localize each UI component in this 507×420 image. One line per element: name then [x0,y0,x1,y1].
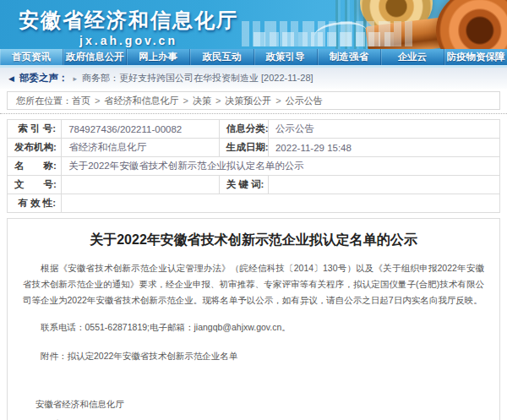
site-url: jx.ah.gov.cn [19,34,238,47]
notice-label: 部委之声： [19,72,68,85]
document-meta-table: 索 引 号: 784927436/202211-00082 信息分类: 公示公告… [7,119,500,213]
nav-item-enterprise-cloud[interactable]: 企业云 [381,49,444,65]
meta-category-value: 公示公告 [268,120,499,139]
main-nav: 首页资讯 政府信息公开 网上办事 政民互动 政策引导 制造强省 企业云 防疫物资… [0,49,507,68]
nav-item-home[interactable]: 首页资讯 [0,49,63,65]
attachment-label: 附件： [41,351,68,361]
breadcrumb-department[interactable]: 省经济和信息化厅 [104,95,178,107]
nav-item-manufacturing[interactable]: 制造强省 [318,49,381,65]
meta-name-value: 关于2022年安徽省技术创新示范企业拟认定名单的公示 [62,157,500,176]
copper-ring-graphic [436,0,507,49]
meta-name-label: 名 称: [8,157,62,176]
breadcrumb-prefix: 您所在位置： [16,95,72,107]
breadcrumb-separator: > [275,95,281,106]
meta-validity-label: 有 效 性: [8,194,62,213]
signer: 安徽省经济和信息化厅 [23,397,484,412]
breadcrumb-separator: > [215,95,221,106]
meta-docnum-label: 文 号: [8,176,62,194]
meta-validity-value [62,194,500,213]
table-row: 文 号: 关 键 词: [8,176,500,194]
attachment-line: 附件：拟认定2022年安徽省技术创新示范企业名单 [23,349,484,363]
nav-item-gov-info[interactable]: 政府信息公开 [63,49,127,65]
sign-date: 2022年11月25日 [23,417,484,420]
table-row: 索 引 号: 784927436/202211-00082 信息分类: 公示公告 [8,120,500,139]
meta-agency-value: 省经济和信息化厅 [62,139,220,157]
meta-index-value: 784927436/202211-00082 [62,120,220,139]
breadcrumb-separator: > [183,95,188,106]
meta-keyword-value [268,176,499,194]
breadcrumb: 您所在位置： 首页 > 省经济和信息化厅 > 决策 > 决策预公开 > 公示公告 [7,91,500,110]
meta-docnum-value [62,176,220,194]
breadcrumb-home[interactable]: 首页 [72,95,90,107]
announcement-article: 关于2022年安徽省技术创新示范企业拟认定名单的公示 根据《安徽省技术创新示范企… [7,218,500,420]
arrow-right-icon: ▸ [73,74,77,83]
nav-item-online-services[interactable]: 网上办事 [127,49,190,65]
notice-headline-link[interactable]: 商务部：更好支持跨国公司在华投资制造业 [2022-11-28] [82,72,313,85]
breadcrumb-current: 公示公告 [286,95,323,107]
notice-ticker: ◀ 部委之声： ▸ 商务部：更好支持跨国公司在华投资制造业 [2022-11-2… [0,68,507,89]
nav-item-policy-guide[interactable]: 政策引导 [254,49,318,65]
breadcrumb-separator: > [95,95,100,106]
nav-item-epidemic-supplies[interactable]: 防疫物资保障 [444,49,507,65]
nav-item-interaction[interactable]: 政民互动 [190,49,254,65]
announcement-paragraph: 根据《安徽省技术创新示范企业认定管理办法》（皖经信科技〔2014〕130号）以及… [23,260,484,308]
meta-date-value: 2022-11-29 15:48 [268,139,499,157]
breadcrumb-decision[interactable]: 决策 [193,95,211,107]
site-title: 安徽省经济和信息化厅 [19,7,238,34]
speaker-icon: ◀ [8,74,14,83]
breadcrumb-pre-disclosure[interactable]: 决策预公开 [225,95,271,107]
table-row: 发布机构: 省经济和信息化厅 生成日期: 2022-11-29 15:48 [8,139,500,157]
attachment-link[interactable]: 拟认定2022年安徽省技术创新示范企业名单 [68,351,238,361]
meta-keyword-label: 关 键 词: [219,176,268,194]
table-row: 名 称: 关于2022年安徽省技术创新示范企业拟认定名单的公示 [8,157,500,176]
meta-date-label: 生成日期: [219,139,268,157]
page-title: 关于2022年安徽省技术创新示范企业拟认定名单的公示 [23,232,484,249]
page: 安徽省经济和信息化厅 jx.ah.gov.cn 首页资讯 政府信息公开 网上办事… [0,0,507,420]
dotted-divider [0,113,507,114]
meta-index-label: 索 引 号: [8,120,62,139]
meta-agency-label: 发布机构: [8,139,62,157]
contact-info: 联系电话：0551-62871819;电子邮箱：jiangqb@ahjxw.go… [23,320,484,335]
meta-category-label: 信息分类: [219,120,268,139]
table-row: 有 效 性: [8,194,500,213]
site-header-banner: 安徽省经济和信息化厅 jx.ah.gov.cn [0,0,507,49]
site-brand: 安徽省经济和信息化厅 jx.ah.gov.cn [19,7,238,47]
